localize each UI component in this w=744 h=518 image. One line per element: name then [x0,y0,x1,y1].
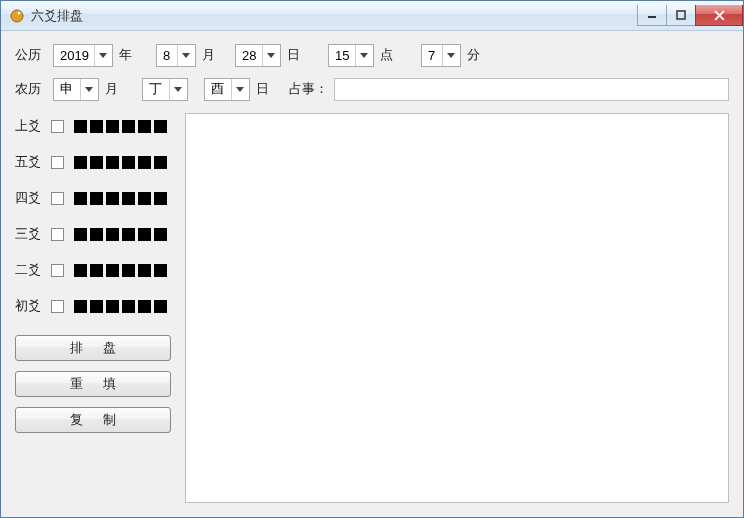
gregorian-row: 公历 2019 年 8 月 28 日 15 点 [15,43,729,67]
block-icon [74,192,87,205]
block-icon [122,300,135,313]
minute-select[interactable]: 7 [421,44,461,67]
block-icon [138,264,151,277]
block-icon [122,156,135,169]
block-icon [122,228,135,241]
yao-checkbox[interactable] [51,120,64,133]
hour-suffix: 点 [380,46,393,64]
yao-checkbox[interactable] [51,300,64,313]
yao-blocks [74,300,167,313]
block-icon [138,156,151,169]
zhanshi-label: 占事： [289,80,328,98]
hour-select[interactable]: 15 [328,44,374,67]
year-select[interactable]: 2019 [53,44,113,67]
gregorian-label: 公历 [15,46,47,64]
yao-row-label: 初爻 [15,297,45,315]
client-area: 公历 2019 年 8 月 28 日 15 点 [1,31,743,517]
block-icon [74,300,87,313]
chevron-down-icon [169,79,185,100]
block-icon [154,228,167,241]
yao-row-label: 四爻 [15,189,45,207]
yao-checkbox[interactable] [51,264,64,277]
titlebar[interactable]: 六爻排盘 [1,1,743,31]
chevron-down-icon [262,45,278,66]
year-value: 2019 [60,48,94,63]
reset-button[interactable]: 重 填 [15,371,171,397]
block-icon [74,120,87,133]
block-icon [90,300,103,313]
day-select[interactable]: 28 [235,44,281,67]
block-icon [74,228,87,241]
yao-row-4: 二爻 [15,259,177,281]
yao-blocks [74,264,167,277]
close-button[interactable] [695,5,743,26]
block-icon [106,120,119,133]
svg-point-1 [18,11,21,14]
yao-checkbox[interactable] [51,228,64,241]
lunar-day-suffix: 日 [256,80,269,98]
paipan-button[interactable]: 排 盘 [15,335,171,361]
minimize-button[interactable] [637,5,667,26]
lunar-month-value: 申 [60,80,80,98]
left-pane: 上爻五爻四爻三爻二爻初爻 排 盘 重 填 复 制 [15,113,177,503]
year-suffix: 年 [119,46,132,64]
window-title: 六爻排盘 [31,7,638,25]
lunar-stem-value: 丁 [149,80,169,98]
button-stack: 排 盘 重 填 复 制 [15,335,177,433]
app-window: 六爻排盘 公历 2019 年 8 [0,0,744,518]
yao-row-label: 上爻 [15,117,45,135]
lower-pane: 上爻五爻四爻三爻二爻初爻 排 盘 重 填 复 制 [15,113,729,503]
lunar-month-select[interactable]: 申 [53,78,99,101]
lunar-stem-select[interactable]: 丁 [142,78,188,101]
block-icon [122,264,135,277]
window-controls [638,5,743,26]
block-icon [90,156,103,169]
yao-checkbox[interactable] [51,192,64,205]
yao-checkbox[interactable] [51,156,64,169]
yao-blocks [74,228,167,241]
block-icon [106,228,119,241]
day-value: 28 [242,48,262,63]
block-icon [154,300,167,313]
day-suffix: 日 [287,46,300,64]
yao-row-0: 上爻 [15,115,177,137]
chevron-down-icon [442,45,458,66]
yao-row-1: 五爻 [15,151,177,173]
svg-rect-2 [648,16,656,18]
block-icon [106,264,119,277]
block-icon [138,192,151,205]
yao-row-2: 四爻 [15,187,177,209]
lunar-branch-value: 酉 [211,80,231,98]
hour-value: 15 [335,48,355,63]
block-icon [138,120,151,133]
block-icon [154,120,167,133]
zhanshi-input[interactable] [334,78,729,101]
result-textarea[interactable] [185,113,729,503]
app-icon [9,8,25,24]
minute-value: 7 [428,48,442,63]
svg-point-0 [11,10,23,22]
lunar-row: 农历 申 月 丁 酉 日 占事： [15,77,729,101]
month-value: 8 [163,48,177,63]
yao-blocks [74,120,167,133]
yao-row-label: 五爻 [15,153,45,171]
month-select[interactable]: 8 [156,44,196,67]
block-icon [154,192,167,205]
block-icon [106,156,119,169]
month-suffix: 月 [202,46,215,64]
block-icon [154,156,167,169]
block-icon [74,156,87,169]
lunar-month-suffix: 月 [105,80,118,98]
lunar-label: 农历 [15,80,47,98]
block-icon [106,300,119,313]
yao-blocks [74,156,167,169]
minute-suffix: 分 [467,46,480,64]
block-icon [90,120,103,133]
maximize-button[interactable] [666,5,696,26]
block-icon [90,264,103,277]
yao-row-3: 三爻 [15,223,177,245]
chevron-down-icon [177,45,193,66]
yao-blocks [74,192,167,205]
lunar-branch-select[interactable]: 酉 [204,78,250,101]
copy-button[interactable]: 复 制 [15,407,171,433]
